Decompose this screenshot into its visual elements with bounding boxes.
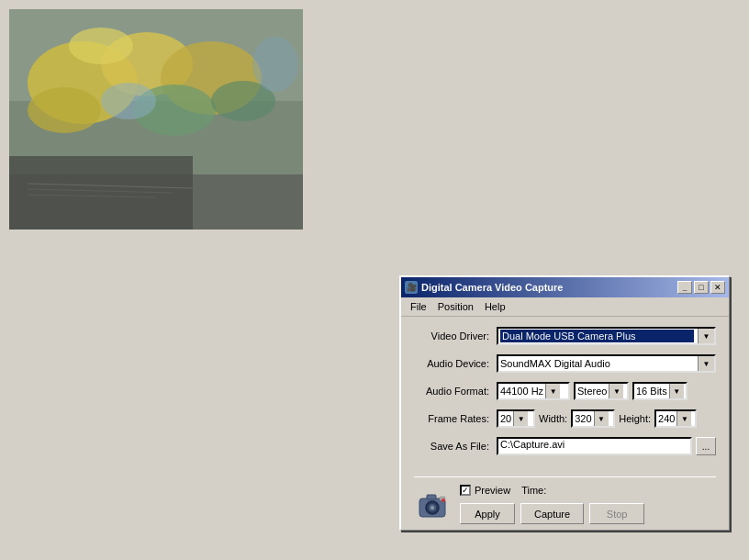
menu-position[interactable]: Position: [432, 299, 479, 314]
audio-bits-combo[interactable]: 16 Bits ▼: [632, 382, 688, 400]
minimize-button[interactable]: _: [677, 281, 692, 294]
svg-point-6: [28, 87, 101, 133]
audio-device-label: Audio Device:: [414, 358, 497, 369]
bottom-section: ✓ Preview Time: Apply Capture Stop: [401, 481, 729, 530]
menubar: File Position Help: [401, 297, 729, 317]
save-as-input[interactable]: C:\Capture.avi: [497, 437, 692, 455]
save-as-wrapper: C:\Capture.avi ...: [497, 437, 716, 455]
width-arrow[interactable]: ▼: [594, 411, 609, 426]
save-as-control: C:\Capture.avi ...: [497, 437, 716, 455]
audio-format-label: Audio Format:: [414, 386, 497, 397]
camera-preview-image: [9, 9, 303, 230]
width-value: 320: [573, 413, 593, 424]
camera-icon: [414, 486, 453, 524]
frame-rates-control: 20 ▼ Width: 320 ▼ Height: 240 ▼: [497, 409, 716, 428]
dialog-content: Video Driver: Dual Mode USB Camera Plus …: [401, 317, 729, 471]
svg-rect-20: [427, 495, 436, 499]
height-label: Height:: [619, 413, 651, 424]
audio-device-control: SoundMAX Digital Audio ▼: [497, 354, 716, 373]
height-value: 240: [656, 413, 676, 424]
svg-point-22: [442, 498, 445, 502]
preview-row: ✓ Preview Time:: [460, 485, 716, 496]
dialog-icon: 🎥: [405, 281, 418, 294]
video-driver-combo[interactable]: Dual Mode USB Camera Plus ▼: [497, 327, 716, 345]
svg-rect-12: [9, 174, 303, 230]
camera-icon-area: [414, 486, 453, 524]
save-as-row: Save As File: C:\Capture.avi ...: [414, 436, 716, 456]
audio-device-value: SoundMAX Digital Audio: [500, 358, 694, 369]
svg-point-19: [430, 506, 434, 510]
svg-point-9: [101, 83, 156, 119]
dialog-window: 🎥 Digital Camera Video Capture _ □ ✕ Fil…: [399, 275, 730, 531]
audio-hz-value: 44100 Hz: [498, 386, 545, 397]
audio-stereo-combo[interactable]: Stereo ▼: [574, 382, 629, 400]
frame-rate-combo[interactable]: 20 ▼: [497, 409, 535, 428]
audio-bits-value: 16 Bits: [634, 386, 669, 397]
dialog-title: Digital Camera Video Capture: [421, 282, 563, 293]
camera-preview: [9, 9, 303, 230]
capture-button[interactable]: Capture: [520, 503, 584, 524]
audio-device-combo[interactable]: SoundMAX Digital Audio ▼: [497, 354, 716, 373]
width-label: Width:: [539, 413, 567, 424]
title-left: 🎥 Digital Camera Video Capture: [405, 281, 563, 294]
video-driver-label: Video Driver:: [414, 330, 497, 342]
video-driver-arrow[interactable]: ▼: [698, 329, 714, 343]
height-arrow[interactable]: ▼: [676, 411, 691, 426]
frame-rates-label: Frame Rates:: [414, 413, 497, 424]
height-combo[interactable]: 240 ▼: [654, 409, 697, 428]
frame-rate-arrow[interactable]: ▼: [513, 411, 528, 426]
save-as-label: Save As File:: [414, 441, 497, 452]
time-label: Time:: [521, 485, 546, 496]
audio-format-combos: 44100 Hz ▼ Stereo ▼ 16 Bits ▼: [497, 382, 716, 400]
video-driver-row: Video Driver: Dual Mode USB Camera Plus …: [414, 326, 716, 346]
preview-checkbox-wrapper: ✓ Preview: [460, 485, 510, 496]
audio-hz-combo[interactable]: 44100 Hz ▼: [497, 382, 570, 400]
audio-stereo-arrow[interactable]: ▼: [609, 384, 623, 398]
audio-format-row: Audio Format: 44100 Hz ▼ Stereo ▼ 16 Bit…: [414, 381, 716, 401]
audio-bits-arrow[interactable]: ▼: [669, 384, 684, 398]
audio-stereo-value: Stereo: [576, 386, 609, 397]
preview-checkbox[interactable]: ✓: [460, 485, 471, 496]
video-driver-value: Dual Mode USB Camera Plus: [500, 330, 694, 342]
restore-button[interactable]: □: [694, 281, 709, 294]
menu-file[interactable]: File: [405, 299, 432, 314]
frame-rates-row: Frame Rates: 20 ▼ Width: 320 ▼ Height: 2…: [414, 409, 716, 429]
audio-device-arrow[interactable]: ▼: [698, 356, 714, 371]
width-combo[interactable]: 320 ▼: [571, 409, 615, 428]
audio-device-row: Audio Device: SoundMAX Digital Audio ▼: [414, 353, 716, 374]
audio-format-control: 44100 Hz ▼ Stereo ▼ 16 Bits ▼: [497, 382, 716, 400]
stop-button[interactable]: Stop: [589, 503, 644, 524]
window-controls: _ □ ✕: [677, 281, 725, 294]
browse-button[interactable]: ...: [696, 437, 716, 455]
preview-label: Preview: [475, 485, 510, 496]
separator: [414, 476, 716, 477]
frame-rate-combos: 20 ▼ Width: 320 ▼ Height: 240 ▼: [497, 409, 716, 428]
frame-rate-value: 20: [498, 413, 513, 424]
close-button[interactable]: ✕: [710, 281, 725, 294]
audio-hz-arrow[interactable]: ▼: [545, 384, 560, 398]
buttons-row: Apply Capture Stop: [460, 503, 716, 524]
svg-point-5: [69, 28, 133, 64]
dialog-titlebar: 🎥 Digital Camera Video Capture _ □ ✕: [401, 277, 729, 297]
preview-time-area: ✓ Preview Time: Apply Capture Stop: [460, 485, 716, 524]
apply-button[interactable]: Apply: [460, 503, 515, 524]
svg-point-10: [252, 37, 298, 92]
menu-help[interactable]: Help: [479, 299, 511, 314]
video-driver-control: Dual Mode USB Camera Plus ▼: [497, 327, 716, 345]
